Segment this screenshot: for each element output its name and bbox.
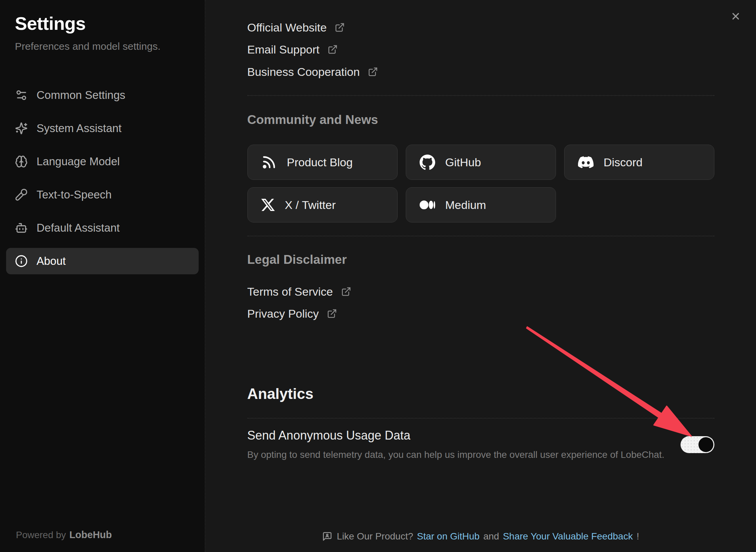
external-link-icon bbox=[327, 309, 337, 319]
page-subtitle: Preferences and model settings. bbox=[15, 41, 190, 52]
close-button[interactable] bbox=[728, 9, 743, 24]
feedback-message-icon bbox=[322, 531, 332, 542]
privacy-policy-link[interactable]: Privacy Policy bbox=[247, 306, 337, 321]
external-link-icon bbox=[341, 286, 351, 297]
info-icon bbox=[15, 255, 28, 268]
sparkles-icon bbox=[15, 122, 28, 135]
community-buttons: Product Blog GitHub Discord X / Twitter bbox=[247, 145, 714, 222]
sidebar-item-system-assistant[interactable]: System Assistant bbox=[6, 115, 199, 142]
sidebar-item-about[interactable]: About bbox=[6, 248, 199, 274]
powered-by: Powered byLobeHub bbox=[16, 529, 112, 540]
footer-suffix: ! bbox=[637, 531, 639, 542]
section-title-legal: Legal Disclaimer bbox=[247, 252, 714, 268]
button-label: X / Twitter bbox=[285, 198, 336, 212]
external-link-icon bbox=[368, 67, 378, 77]
close-icon bbox=[730, 11, 741, 22]
email-support-link[interactable]: Email Support bbox=[247, 42, 338, 57]
link-label: Privacy Policy bbox=[247, 306, 319, 321]
section-title-analytics: Analytics bbox=[247, 385, 714, 403]
button-label: Medium bbox=[445, 198, 486, 212]
sidebar-item-label: Default Assistant bbox=[37, 221, 120, 234]
sidebar-item-language-model[interactable]: Language Model bbox=[6, 148, 199, 175]
github-icon bbox=[420, 154, 435, 170]
footer-prefix: Like Our Product? bbox=[337, 531, 413, 542]
bot-icon bbox=[15, 221, 28, 234]
powered-by-text: Powered by bbox=[16, 530, 66, 540]
sidebar-item-default-assistant[interactable]: Default Assistant bbox=[6, 215, 199, 241]
sidebar-item-label: Common Settings bbox=[37, 89, 125, 102]
section-title-community: Community and News bbox=[247, 112, 714, 128]
settings-sliders-icon bbox=[15, 89, 28, 102]
footer-banner: Like Our Product? Star on GitHub and Sha… bbox=[205, 531, 756, 542]
business-cooperation-link[interactable]: Business Cooperation bbox=[247, 64, 378, 80]
button-label: Discord bbox=[604, 156, 643, 169]
link-label: Official Website bbox=[247, 20, 327, 35]
discord-button[interactable]: Discord bbox=[564, 145, 714, 180]
medium-button[interactable]: Medium bbox=[406, 187, 556, 222]
page-title: Settings bbox=[15, 13, 190, 34]
discord-icon bbox=[578, 154, 594, 170]
x-twitter-icon bbox=[261, 198, 275, 212]
external-link-icon bbox=[328, 44, 338, 55]
lobehub-brand: LobeHub bbox=[69, 529, 112, 540]
section-title-contact: Contact Us bbox=[247, 0, 714, 3]
sidebar-item-text-to-speech[interactable]: Text-to-Speech bbox=[6, 182, 199, 208]
toggle-knob bbox=[698, 437, 713, 452]
link-label: Terms of Service bbox=[247, 284, 333, 299]
x-twitter-button[interactable]: X / Twitter bbox=[247, 187, 398, 222]
official-website-link[interactable]: Official Website bbox=[247, 20, 345, 35]
link-label: Email Support bbox=[247, 42, 320, 57]
analytics-setting-row: Send Anonymous Usage Data By opting to s… bbox=[247, 428, 714, 462]
setting-description: By opting to send telemetry data, you ca… bbox=[247, 448, 665, 462]
section-divider bbox=[247, 418, 714, 419]
about-panel: Contact Us Official Website Email Suppor… bbox=[205, 0, 756, 552]
about-content: Contact Us Official Website Email Suppor… bbox=[247, 0, 714, 552]
sidebar-item-label: Language Model bbox=[37, 155, 120, 168]
brain-icon bbox=[15, 155, 28, 168]
sidebar-item-label: System Assistant bbox=[37, 122, 121, 135]
terms-of-service-link[interactable]: Terms of Service bbox=[247, 284, 351, 299]
share-feedback-link[interactable]: Share Your Valuable Feedback bbox=[503, 531, 633, 542]
button-label: GitHub bbox=[445, 156, 481, 169]
external-link-icon bbox=[335, 22, 345, 33]
footer-conjunction: and bbox=[483, 531, 499, 542]
link-label: Business Cooperation bbox=[247, 64, 360, 80]
setting-label: Send Anonymous Usage Data bbox=[247, 428, 665, 443]
medium-icon bbox=[420, 197, 435, 213]
settings-nav: Common Settings System Assistant Languag… bbox=[6, 82, 199, 274]
settings-sidebar: Settings Preferences and model settings.… bbox=[0, 0, 205, 552]
usage-data-toggle[interactable] bbox=[681, 436, 714, 453]
sidebar-item-label: Text-to-Speech bbox=[37, 188, 112, 201]
setting-meta: Send Anonymous Usage Data By opting to s… bbox=[247, 428, 665, 462]
mic-vocal-icon bbox=[15, 188, 28, 201]
product-blog-button[interactable]: Product Blog bbox=[247, 145, 398, 180]
section-divider bbox=[247, 236, 714, 236]
rss-icon bbox=[261, 154, 277, 170]
section-divider bbox=[247, 95, 714, 96]
star-on-github-link[interactable]: Star on GitHub bbox=[417, 531, 480, 542]
github-button[interactable]: GitHub bbox=[406, 145, 556, 180]
sidebar-item-common-settings[interactable]: Common Settings bbox=[6, 82, 199, 108]
sidebar-item-label: About bbox=[37, 255, 66, 268]
button-label: Product Blog bbox=[287, 156, 353, 169]
